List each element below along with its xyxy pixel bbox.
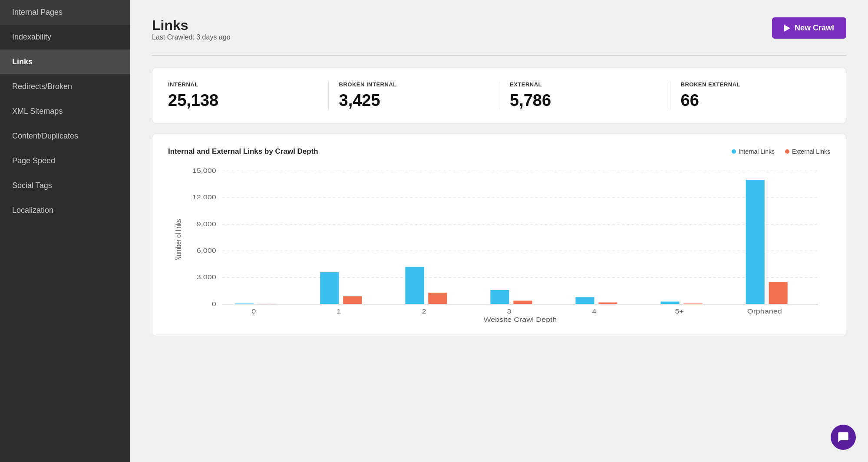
chat-icon — [837, 431, 849, 443]
svg-text:4: 4 — [592, 308, 597, 314]
sidebar-item-content-duplicates[interactable]: Content/Duplicates — [0, 124, 130, 148]
legend-item-external-links: External Links — [785, 148, 830, 155]
svg-rect-32 — [746, 180, 765, 304]
sidebar-item-internal-pages[interactable]: Internal Pages — [0, 0, 130, 25]
svg-rect-21 — [428, 293, 447, 304]
legend-item-internal-links: Internal Links — [732, 148, 775, 155]
sidebar-item-social-tags[interactable]: Social Tags — [0, 173, 130, 198]
svg-rect-17 — [320, 272, 339, 304]
svg-text:6,000: 6,000 — [197, 247, 216, 254]
svg-rect-24 — [513, 300, 532, 304]
page-title-area: Links Last Crawled: 3 days ago — [152, 17, 231, 52]
svg-text:0: 0 — [212, 300, 216, 307]
svg-text:3: 3 — [507, 308, 512, 314]
svg-text:15,000: 15,000 — [192, 167, 216, 174]
chart-legend: Internal Links External Links — [732, 148, 830, 155]
stat-value-internal: 25,138 — [168, 91, 318, 110]
legend-dot-external-links — [785, 149, 789, 154]
sidebar-item-localization[interactable]: Localization — [0, 198, 130, 223]
svg-rect-23 — [490, 290, 509, 304]
svg-text:Website Crawl Depth: Website Crawl Depth — [484, 316, 557, 323]
stat-label-broken-internal: BROKEN INTERNAL — [339, 81, 489, 88]
main-content: Links Last Crawled: 3 days ago New Crawl… — [130, 0, 868, 462]
stat-label-internal: INTERNAL — [168, 81, 318, 88]
sidebar-item-links[interactable]: Links — [0, 50, 130, 74]
stat-external: EXTERNAL 5,786 — [499, 81, 670, 110]
legend-label-external-links: External Links — [792, 148, 830, 155]
new-crawl-label: New Crawl — [795, 23, 834, 33]
header-divider — [152, 55, 846, 56]
svg-text:Orphaned: Orphaned — [747, 308, 782, 314]
svg-text:Number of links: Number of links — [174, 219, 183, 261]
play-icon — [784, 25, 790, 32]
stat-value-broken-internal: 3,425 — [339, 91, 489, 110]
page-title: Links — [152, 17, 231, 33]
stat-internal: INTERNAL 25,138 — [168, 81, 329, 110]
svg-text:1: 1 — [337, 308, 341, 314]
chart-header: Internal and External Links by Crawl Dep… — [168, 147, 830, 156]
sidebar-item-page-speed[interactable]: Page Speed — [0, 148, 130, 173]
chart-title: Internal and External Links by Crawl Dep… — [168, 147, 318, 156]
svg-text:5+: 5+ — [675, 308, 684, 314]
stats-card: INTERNAL 25,138 BROKEN INTERNAL 3,425 EX… — [152, 68, 846, 123]
stat-broken-external: BROKEN EXTERNAL 66 — [670, 81, 831, 110]
svg-rect-33 — [769, 282, 788, 304]
svg-rect-29 — [661, 302, 680, 304]
chat-button[interactable] — [831, 425, 856, 450]
chart-card: Internal and External Links by Crawl Dep… — [152, 134, 846, 336]
svg-text:12,000: 12,000 — [192, 194, 216, 200]
svg-text:3,000: 3,000 — [197, 274, 216, 280]
svg-text:9,000: 9,000 — [197, 221, 216, 227]
legend-label-internal-links: Internal Links — [739, 148, 775, 155]
legend-dot-internal-links — [732, 149, 736, 154]
svg-text:0: 0 — [251, 308, 256, 314]
svg-text:2: 2 — [422, 308, 426, 314]
svg-rect-26 — [575, 297, 594, 304]
sidebar-item-indexability[interactable]: Indexability — [0, 25, 130, 50]
sidebar-item-redirects-broken[interactable]: Redirects/Broken — [0, 74, 130, 99]
stat-label-broken-external: BROKEN EXTERNAL — [681, 81, 831, 88]
chart-container: 03,0006,0009,00012,00015,000Number of li… — [168, 166, 830, 323]
stat-broken-internal: BROKEN INTERNAL 3,425 — [329, 81, 500, 110]
chart-svg: 03,0006,0009,00012,00015,000Number of li… — [168, 166, 830, 323]
svg-rect-20 — [405, 267, 424, 304]
svg-rect-27 — [598, 303, 617, 304]
sidebar: Internal PagesIndexabilityLinksRedirects… — [0, 0, 130, 462]
page-header: Links Last Crawled: 3 days ago New Crawl — [152, 17, 846, 52]
svg-rect-18 — [343, 296, 362, 304]
stat-value-external: 5,786 — [510, 91, 660, 110]
stat-value-broken-external: 66 — [681, 91, 831, 110]
stat-label-external: EXTERNAL — [510, 81, 660, 88]
last-crawled-text: Last Crawled: 3 days ago — [152, 33, 231, 41]
sidebar-item-xml-sitemaps[interactable]: XML Sitemaps — [0, 99, 130, 124]
new-crawl-button[interactable]: New Crawl — [772, 17, 846, 39]
